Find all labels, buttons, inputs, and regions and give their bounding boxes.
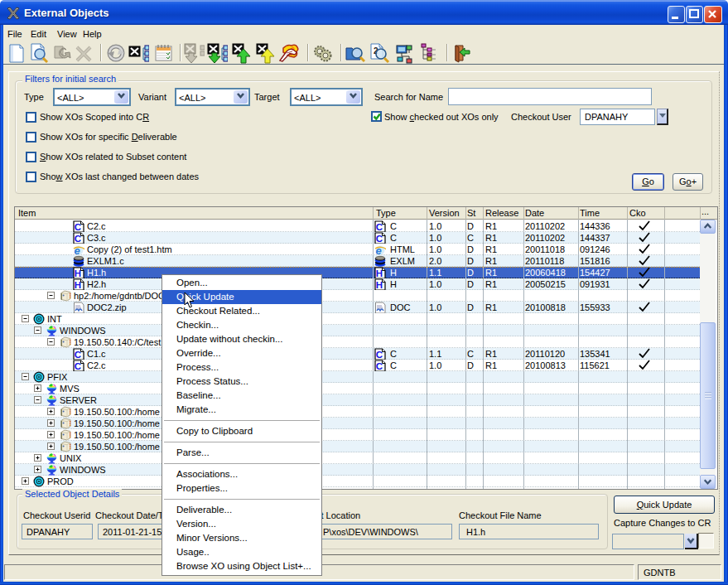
- svg-text:C: C: [75, 234, 81, 244]
- svg-text:C: C: [75, 361, 81, 371]
- svg-text:H: H: [376, 268, 383, 278]
- svg-text:H: H: [75, 280, 81, 290]
- svg-text:H: H: [75, 268, 81, 278]
- svg-text:C: C: [376, 350, 383, 360]
- svg-text:C: C: [376, 234, 383, 244]
- svg-text:C: C: [376, 361, 383, 371]
- svg-text:H: H: [376, 280, 383, 290]
- svg-text:C: C: [75, 350, 81, 360]
- svg-text:e: e: [376, 244, 382, 257]
- svg-text:C: C: [75, 222, 81, 232]
- svg-text:C: C: [376, 222, 383, 232]
- svg-text:e: e: [75, 244, 80, 257]
